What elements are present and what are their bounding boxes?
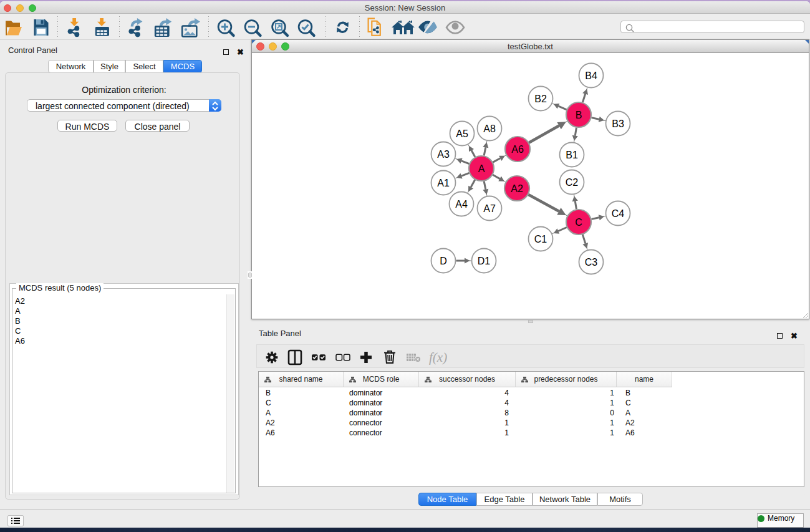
svg-text:D1: D1 xyxy=(478,256,491,266)
svg-text:C: C xyxy=(575,217,582,228)
svg-text:C3: C3 xyxy=(585,257,598,268)
svg-text:D: D xyxy=(440,256,447,266)
svg-text:C4: C4 xyxy=(612,208,625,219)
svg-text:B3: B3 xyxy=(612,118,624,129)
svg-text:A7: A7 xyxy=(483,203,496,214)
svg-text:C1: C1 xyxy=(534,234,547,244)
svg-text:A2: A2 xyxy=(511,183,523,194)
svg-text:A: A xyxy=(478,163,485,174)
svg-text:B2: B2 xyxy=(534,94,547,104)
svg-text:A5: A5 xyxy=(456,128,468,139)
svg-text:B4: B4 xyxy=(585,70,597,81)
svg-text:B1: B1 xyxy=(566,150,578,160)
svg-text:A8: A8 xyxy=(483,123,496,134)
svg-text:f(x): f(x) xyxy=(429,350,447,365)
svg-text:C2: C2 xyxy=(566,177,579,188)
svg-text:A4: A4 xyxy=(455,199,468,210)
svg-text:A3: A3 xyxy=(437,149,450,160)
svg-text:A6: A6 xyxy=(511,144,524,155)
svg-text:A1: A1 xyxy=(437,178,450,188)
svg-text:B: B xyxy=(576,110,582,120)
